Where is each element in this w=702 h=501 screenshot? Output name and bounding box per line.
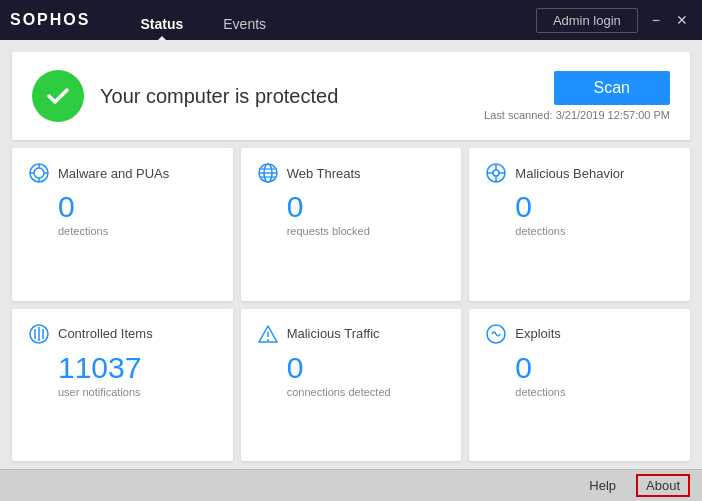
exploits-count: 0 [485, 351, 674, 384]
malware-label: detections [28, 225, 217, 237]
stat-card-controlled: Controlled Items 11037 user notification… [12, 309, 233, 462]
malicious-behavior-icon [485, 162, 507, 184]
stat-header-malware: Malware and PUAs [28, 162, 217, 184]
stat-card-malware: Malware and PUAs 0 detections [12, 148, 233, 301]
window-controls: − ✕ [648, 10, 692, 30]
about-button[interactable]: About [636, 474, 690, 497]
traffic-title: Malicious Traffic [287, 326, 380, 341]
sophos-logo: SOPHOS [10, 11, 90, 29]
web-count: 0 [257, 190, 446, 223]
footer: Help About [0, 469, 702, 501]
protected-icon [32, 70, 84, 122]
main-content: Your computer is protected Scan Last sca… [0, 40, 702, 501]
controlled-items-icon [28, 323, 50, 345]
stat-header-controlled: Controlled Items [28, 323, 217, 345]
svg-point-1 [34, 168, 44, 178]
svg-point-12 [493, 170, 499, 176]
close-button[interactable]: ✕ [672, 10, 692, 30]
exploits-title: Exploits [515, 326, 561, 341]
behavior-title: Malicious Behavior [515, 166, 624, 181]
web-label: requests blocked [257, 225, 446, 237]
status-section: Your computer is protected Scan Last sca… [12, 52, 690, 140]
status-message: Your computer is protected [100, 85, 484, 108]
help-button[interactable]: Help [585, 476, 620, 495]
tab-status[interactable]: Status [120, 16, 203, 40]
malicious-traffic-icon [257, 323, 279, 345]
scan-button[interactable]: Scan [554, 71, 670, 105]
nav-tabs: Status Events [120, 0, 286, 40]
checkmark-icon [44, 82, 72, 110]
controlled-label: user notifications [28, 386, 217, 398]
last-scanned-text: Last scanned: 3/21/2019 12:57:00 PM [484, 109, 670, 121]
behavior-label: detections [485, 225, 674, 237]
stat-header-web: Web Threats [257, 162, 446, 184]
malware-count: 0 [28, 190, 217, 223]
admin-login-button[interactable]: Admin login [536, 8, 638, 33]
stat-card-traffic: Malicious Traffic 0 connections detected [241, 309, 462, 462]
titlebar: SOPHOS Status Events Admin login − ✕ [0, 0, 702, 40]
stats-grid: Malware and PUAs 0 detections Web Threat… [12, 148, 690, 461]
traffic-label: connections detected [257, 386, 446, 398]
controlled-count: 11037 [28, 351, 217, 384]
titlebar-right: Admin login − ✕ [536, 8, 692, 33]
exploits-label: detections [485, 386, 674, 398]
stat-header-behavior: Malicious Behavior [485, 162, 674, 184]
stat-header-traffic: Malicious Traffic [257, 323, 446, 345]
controlled-title: Controlled Items [58, 326, 153, 341]
stat-header-exploits: Exploits [485, 323, 674, 345]
minimize-button[interactable]: − [648, 10, 664, 30]
scan-area: Scan Last scanned: 3/21/2019 12:57:00 PM [484, 71, 670, 121]
stat-card-exploits: Exploits 0 detections [469, 309, 690, 462]
stat-card-behavior: Malicious Behavior 0 detections [469, 148, 690, 301]
behavior-count: 0 [485, 190, 674, 223]
tab-events[interactable]: Events [203, 16, 286, 40]
exploits-icon [485, 323, 507, 345]
web-title: Web Threats [287, 166, 361, 181]
stat-card-web: Web Threats 0 requests blocked [241, 148, 462, 301]
malware-icon [28, 162, 50, 184]
web-threats-icon [257, 162, 279, 184]
svg-point-23 [267, 339, 269, 341]
traffic-count: 0 [257, 351, 446, 384]
malware-title: Malware and PUAs [58, 166, 169, 181]
